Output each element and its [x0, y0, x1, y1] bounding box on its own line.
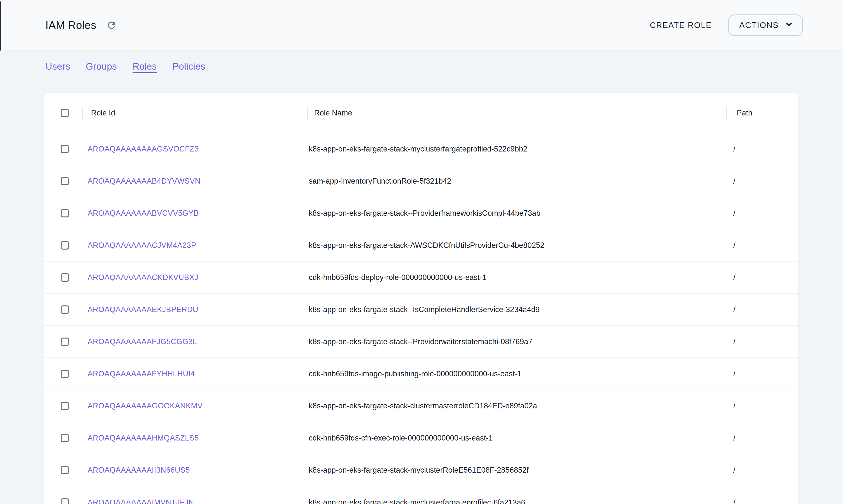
role-id-link[interactable]: AROAQAAAAAAACJVM4A23P	[88, 241, 196, 250]
role-name-text: k8s-app-on-eks-fargate-stack-clustermast…	[309, 401, 537, 410]
row-checkbox[interactable]	[61, 145, 69, 153]
create-role-button[interactable]: CREATE ROLE	[644, 17, 717, 33]
table-row: AROAQAAAAAAACJVM4A23P k8s-app-on-eks-far…	[44, 230, 798, 262]
table-row: AROAQAAAAAAAB4DYVWSVN sam-app-InventoryF…	[44, 165, 798, 197]
tab-users[interactable]: Users	[46, 61, 70, 72]
chevron-down-icon	[784, 19, 794, 31]
role-id-link[interactable]: AROAQAAAAAAAFJG5CGG3L	[88, 337, 197, 346]
role-name-text: k8s-app-on-eks-fargate-stack-myclusterRo…	[309, 466, 529, 474]
column-header-role-id[interactable]: Role Id	[88, 109, 309, 118]
role-name-text: sam-app-InventoryFunctionRole-5f321b42	[309, 177, 451, 185]
row-checkbox[interactable]	[61, 273, 69, 282]
column-resize-handle[interactable]	[82, 107, 83, 119]
role-id-link[interactable]: AROAQAAAAAAAB4DYVWSVN	[88, 177, 201, 185]
column-header-role-name[interactable]: Role Name	[309, 109, 733, 118]
table-row: AROAQAAAAAAAIMVNTJFJN k8s-app-on-eks-far…	[44, 486, 798, 504]
role-name-text: k8s-app-on-eks-fargate-stack-myclusterfa…	[309, 145, 528, 154]
column-resize-handle[interactable]	[307, 107, 308, 119]
role-name-text: cdk-hnb659fds-deploy-role-000000000000-u…	[309, 273, 486, 282]
role-path-text: /	[733, 466, 736, 474]
role-name-text: cdk-hnb659fds-image-publishing-role-0000…	[309, 370, 521, 378]
role-path-text: /	[733, 434, 736, 443]
role-path-text: /	[733, 498, 736, 504]
role-id-link[interactable]: AROAQAAAAAAAII3N66US5	[88, 466, 190, 474]
row-checkbox[interactable]	[61, 305, 69, 314]
row-checkbox[interactable]	[61, 498, 69, 504]
row-checkbox[interactable]	[61, 466, 69, 474]
actions-button-label: ACTIONS	[739, 21, 779, 30]
role-path-text: /	[733, 241, 736, 250]
tab-groups[interactable]: Groups	[86, 61, 117, 72]
row-checkbox[interactable]	[61, 177, 69, 185]
table-row: AROAQAAAAAAABVCVV5GYB k8s-app-on-eks-far…	[44, 197, 798, 230]
table-row: AROAQAAAAAAACKDKVUBXJ cdk-hnb659fds-depl…	[44, 262, 798, 294]
role-id-link[interactable]: AROAQAAAAAAAEKJBPERDU	[88, 305, 198, 314]
role-name-text: k8s-app-on-eks-fargate-stack-myclusterfa…	[309, 498, 525, 504]
row-checkbox[interactable]	[61, 370, 69, 378]
main-content: Role Id Role Name Path AROAQAAAAAAAAGSVO…	[0, 83, 843, 504]
role-id-link[interactable]: AROAQAAAAAAAHMQASZLS5	[88, 434, 199, 443]
refresh-icon	[106, 20, 117, 31]
row-checkbox[interactable]	[61, 209, 69, 217]
select-all-checkbox[interactable]	[61, 109, 69, 117]
role-path-text: /	[733, 305, 736, 314]
table-row: AROAQAAAAAAAFJG5CGG3L k8s-app-on-eks-far…	[44, 326, 798, 358]
column-header-path[interactable]: Path	[733, 109, 798, 118]
iam-tab-bar: UsersGroupsRolesPolicies	[0, 51, 843, 83]
role-name-text: k8s-app-on-eks-fargate-stack--IsComplete…	[309, 305, 540, 314]
role-id-link[interactable]: AROAQAAAAAAAIMVNTJFJN	[88, 498, 194, 504]
role-path-text: /	[733, 145, 736, 154]
row-checkbox[interactable]	[61, 434, 69, 442]
role-id-link[interactable]: AROAQAAAAAAAGOOKANKMV	[88, 401, 203, 410]
table-row: AROAQAAAAAAAGOOKANKMV k8s-app-on-eks-far…	[44, 390, 798, 422]
table-row: AROAQAAAAAAAEKJBPERDU k8s-app-on-eks-far…	[44, 294, 798, 326]
role-path-text: /	[733, 370, 736, 378]
page-title: IAM Roles	[46, 19, 96, 31]
table-row: AROAQAAAAAAAII3N66US5 k8s-app-on-eks-far…	[44, 454, 798, 486]
refresh-button[interactable]	[105, 18, 118, 32]
role-name-text: cdk-hnb659fds-cfn-exec-role-000000000000…	[309, 434, 493, 443]
page-header: IAM Roles CREATE ROLE ACTIONS	[0, 0, 843, 51]
role-name-text: k8s-app-on-eks-fargate-stack--Providerfr…	[309, 209, 540, 218]
role-path-text: /	[733, 209, 736, 218]
role-id-link[interactable]: AROAQAAAAAAABVCVV5GYB	[88, 209, 199, 218]
role-name-text: k8s-app-on-eks-fargate-stack-AWSCDKCfnUt…	[309, 241, 544, 250]
table-body: AROAQAAAAAAAAGSVOCFZ3 k8s-app-on-eks-far…	[44, 133, 798, 504]
column-resize-handle[interactable]	[726, 107, 727, 119]
row-checkbox[interactable]	[61, 338, 69, 346]
actions-button[interactable]: ACTIONS	[728, 15, 803, 36]
tab-policies[interactable]: Policies	[173, 61, 205, 72]
table-row: AROAQAAAAAAAHMQASZLS5 cdk-hnb659fds-cfn-…	[44, 422, 798, 454]
role-id-link[interactable]: AROAQAAAAAAAAGSVOCFZ3	[88, 145, 199, 154]
offscreen-sidebar-edge	[0, 1, 1, 51]
roles-table-card: Role Id Role Name Path AROAQAAAAAAAAGSVO…	[44, 93, 798, 504]
role-path-text: /	[733, 177, 736, 185]
table-row: AROAQAAAAAAAAGSVOCFZ3 k8s-app-on-eks-far…	[44, 133, 798, 165]
role-id-link[interactable]: AROAQAAAAAAACKDKVUBXJ	[88, 273, 198, 282]
row-checkbox[interactable]	[61, 402, 69, 410]
role-path-text: /	[733, 273, 736, 282]
role-path-text: /	[733, 401, 736, 410]
table-row: AROAQAAAAAAAFYHHLHUI4 cdk-hnb659fds-imag…	[44, 358, 798, 390]
table-header-row: Role Id Role Name Path	[44, 93, 798, 133]
role-id-link[interactable]: AROAQAAAAAAAFYHHLHUI4	[88, 370, 195, 378]
tab-roles[interactable]: Roles	[133, 61, 157, 72]
row-checkbox[interactable]	[61, 241, 69, 250]
role-name-text: k8s-app-on-eks-fargate-stack--Providerwa…	[309, 337, 532, 346]
role-path-text: /	[733, 337, 736, 346]
